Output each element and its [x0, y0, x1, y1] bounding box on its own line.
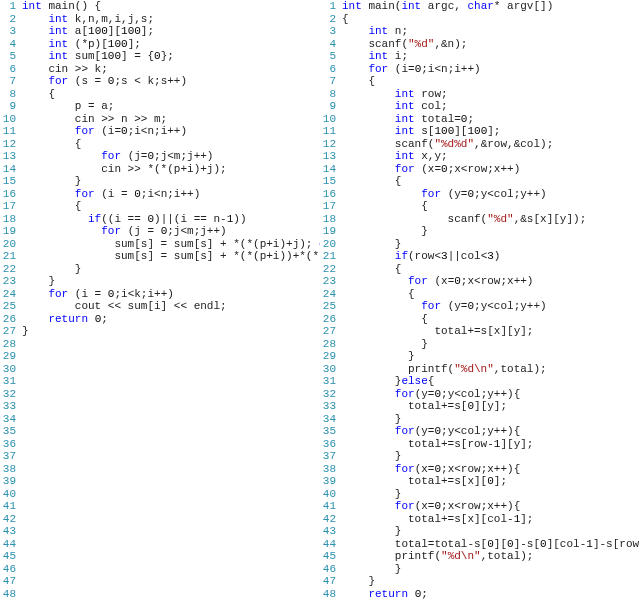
token-pln: (i =	[95, 188, 135, 200]
token-pln: sum[s] = sum[s] + *(*(p+i)+j);	[22, 238, 319, 250]
token-pln	[22, 13, 48, 25]
line-number: 25	[0, 300, 16, 313]
token-num: 0	[507, 538, 514, 550]
line-number: 25	[320, 300, 336, 313]
token-kw: for	[421, 188, 441, 200]
line-number: 36	[320, 438, 336, 451]
token-pln: main(	[362, 0, 402, 12]
token-pln: ;j<m;j++)	[154, 150, 213, 162]
line-number: 38	[0, 463, 16, 476]
token-num: 100	[101, 50, 121, 62]
token-pln: ][	[454, 125, 467, 137]
token-pln: (i=	[95, 125, 121, 137]
token-pln	[22, 225, 101, 237]
code-line: {	[342, 13, 640, 26]
code-line: cin >> n >> m;	[22, 113, 320, 126]
token-kw: for	[75, 125, 95, 137]
token-pln: ;	[467, 113, 474, 125]
line-number: 18	[320, 213, 336, 226]
token-pln: (j =	[121, 225, 161, 237]
code-line	[22, 375, 320, 388]
token-pln: ;i<n;i++)	[421, 63, 480, 75]
token-pln: (s =	[68, 75, 108, 87]
code-line: }	[342, 225, 640, 238]
code-line: for (x=0;x<row;x++)	[342, 275, 640, 288]
token-pln: {	[342, 13, 349, 25]
line-number: 26	[0, 313, 16, 326]
code-line	[22, 425, 320, 438]
line-number: 28	[320, 338, 336, 351]
token-pln: ][y];	[500, 438, 533, 450]
line-number: 16	[0, 188, 16, 201]
token-kw: int	[342, 0, 362, 12]
token-pln: sum[	[68, 50, 101, 62]
token-pln: }	[342, 238, 401, 250]
line-number: 11	[320, 125, 336, 138]
line-number: 33	[0, 400, 16, 413]
code-line: if((i == 0)||(i == n-1))	[22, 213, 320, 226]
token-pln: ;x<row;x++)	[448, 163, 521, 175]
line-number: 35	[320, 425, 336, 438]
code-line: int main() {	[22, 0, 320, 13]
code-line: }	[342, 450, 640, 463]
token-pln	[22, 538, 29, 550]
line-number: 9	[0, 100, 16, 113]
right-code: int main(int argc, char* argv[]){ int n;…	[342, 0, 640, 603]
line-number: 32	[320, 388, 336, 401]
line-number: 30	[320, 363, 336, 376]
token-pln	[22, 425, 29, 437]
token-pln: main() {	[42, 0, 101, 12]
token-pln	[342, 163, 395, 175]
code-line: return 0;	[342, 588, 640, 601]
left-pane: 1234567891011121314151617181920212223242…	[0, 0, 320, 603]
line-number: 12	[0, 138, 16, 151]
line-number: 5	[0, 50, 16, 63]
token-pln: total+=s[	[342, 400, 467, 412]
token-kw: return	[368, 588, 408, 600]
token-pln: ;x<row;x++)	[461, 275, 534, 287]
token-kw: int	[22, 0, 42, 12]
line-number: 12	[320, 138, 336, 151]
token-pln: ;	[421, 588, 428, 600]
token-pln: (i=	[388, 63, 414, 75]
token-pln	[22, 563, 29, 575]
code-line: int k,n,m,i,j,s;	[22, 13, 320, 26]
code-line: {	[22, 88, 320, 101]
token-kw: for	[48, 75, 68, 87]
token-pln	[22, 550, 29, 562]
token-pln: }	[342, 575, 375, 587]
code-line: total=total-s[0][0]-s[0][col-1]-s[row-1]…	[342, 538, 640, 551]
code-line: int total=0;	[342, 113, 640, 126]
code-line: p = a;	[22, 100, 320, 113]
line-number: 45	[0, 550, 16, 563]
line-number: 11	[0, 125, 16, 138]
token-num: 100	[434, 125, 454, 137]
code-line: cout << sum[i] << endl;	[22, 300, 320, 313]
code-line: for (x=0;x<row;x++)	[342, 163, 640, 176]
token-pln: {	[22, 88, 55, 100]
token-num: 100	[88, 25, 108, 37]
line-number: 20	[0, 238, 16, 251]
token-pln: ;x<row;x++){	[441, 500, 520, 512]
token-kw: for	[408, 275, 428, 287]
token-pln: (x=	[428, 275, 454, 287]
token-kw: if	[88, 213, 101, 225]
line-number: 39	[320, 475, 336, 488]
code-line: int sum[100] = {0};	[22, 50, 320, 63]
token-pln	[22, 350, 29, 362]
token-pln: {	[342, 75, 375, 87]
code-line: cin >> *(*(p+i)+j);	[22, 163, 320, 176]
token-pln	[22, 213, 88, 225]
line-number: 19	[320, 225, 336, 238]
token-pln	[342, 150, 395, 162]
line-number: 27	[0, 325, 16, 338]
token-pln	[22, 25, 48, 37]
code-line	[22, 338, 320, 351]
code-line: for(x=0;x<row;x++){	[342, 500, 640, 513]
token-pln	[22, 575, 29, 587]
token-pln	[342, 463, 395, 475]
code-line: {	[22, 138, 320, 151]
token-pln: }	[342, 525, 401, 537]
line-number: 6	[0, 63, 16, 76]
code-line: }	[342, 338, 640, 351]
